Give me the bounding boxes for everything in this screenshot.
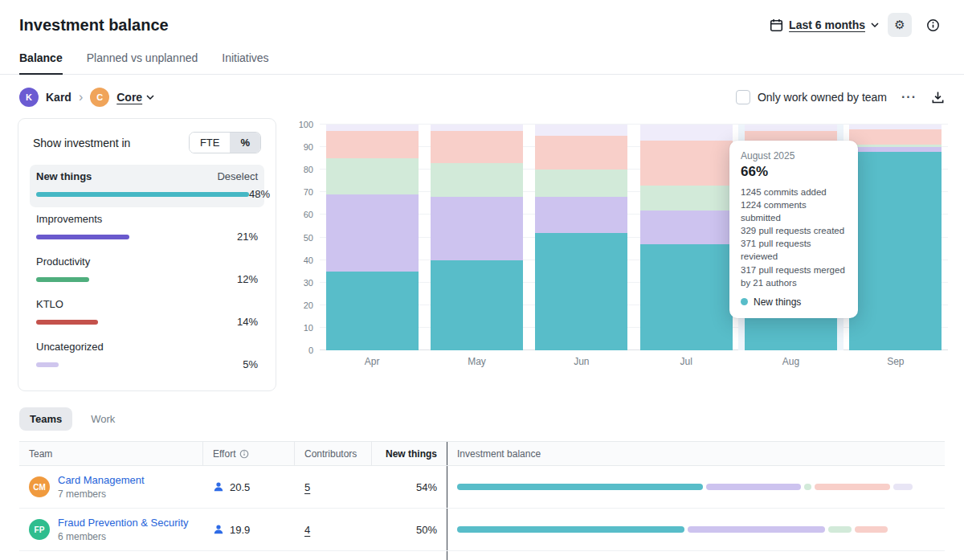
bar-segment-new-things [640, 244, 733, 350]
date-range-label: Last 6 months [789, 18, 865, 31]
bar-segment-uncategorized [640, 125, 733, 141]
legend-item-ktlo[interactable]: KTLO14% [30, 292, 264, 335]
only-team-filter[interactable]: Only work owned by team [736, 90, 887, 104]
team-selector[interactable]: Core [116, 91, 154, 104]
legend-item-uncategorized[interactable]: Uncategorized5% [30, 335, 264, 378]
legend-label: Productivity [36, 255, 90, 268]
y-axis: 0102030405060708090100 [289, 125, 313, 350]
tab-planned-vs-unplanned[interactable]: Planned vs unplanned [87, 47, 198, 75]
bar-segment-improvements [640, 211, 733, 244]
legend-item-new-things[interactable]: New thingsDeselect48% [30, 165, 264, 207]
column-header-new-things: New things [372, 442, 447, 465]
bar-segment-new-things [326, 272, 419, 350]
toggle-work[interactable]: Work [80, 407, 125, 431]
x-axis-label: May [424, 356, 529, 367]
legend-label: New things [36, 170, 92, 182]
contributors-cell: 4 [295, 524, 372, 536]
y-axis-label: 50 [304, 233, 313, 243]
tab-bar: BalancePlanned vs unplannedInitiatives [0, 47, 964, 75]
download-button[interactable] [931, 91, 945, 104]
table-row-fraud-prevention-security: FPFraud Prevention & Security6 members19… [19, 509, 945, 551]
balance-segment [893, 484, 913, 490]
column-header-contributors: Contributors [295, 442, 372, 465]
breadcrumb-org[interactable]: Kard [46, 91, 71, 104]
chart-column-jun[interactable] [529, 125, 634, 350]
bar-segment-ktlo [640, 141, 733, 186]
team-link[interactable]: Card Management [58, 474, 145, 486]
legend-percentage: 5% [243, 358, 258, 370]
contributors-cell: 5 [295, 481, 372, 493]
tooltip-stats: 1245 commits added1224 comments submitte… [741, 186, 847, 289]
team-info: Fraud Prevention & Security6 members [58, 517, 189, 542]
toggle-teams[interactable]: Teams [19, 407, 72, 431]
investment-panel: Show investment in FTE% New thingsDesele… [18, 118, 276, 391]
balance-bar [457, 484, 930, 490]
legend-bar [36, 362, 59, 367]
team-link[interactable]: Fraud Prevention & Security [58, 517, 189, 529]
y-axis-label: 100 [299, 120, 313, 129]
info-button[interactable] [921, 13, 945, 37]
bar-segment-productivity [326, 158, 419, 194]
chevron-down-icon [871, 22, 879, 27]
bar-segment-uncategorized [326, 125, 419, 131]
column-header-label: Investment balance [457, 448, 541, 460]
legend-percentage: 14% [237, 316, 258, 328]
team-info: Card Management7 members [58, 474, 145, 500]
unit--button[interactable]: % [230, 133, 260, 153]
deselect-action[interactable]: Deselect [217, 170, 258, 182]
stacked-bar-jun [535, 125, 627, 350]
bar-segment-productivity [535, 170, 627, 197]
tab-balance[interactable]: Balance [19, 47, 63, 75]
column-header-investment-balance: Investment balance [447, 442, 945, 465]
category-legend: New thingsDeselect48%Improvements21%Prod… [30, 165, 264, 378]
bar-segment-new-things [431, 260, 523, 350]
balance-segment [457, 484, 703, 490]
new-things-cell: 50% [372, 524, 447, 536]
tab-initiatives[interactable]: Initiatives [222, 47, 268, 75]
y-axis-label: 80 [304, 165, 313, 174]
context-actions: Only work owned by team ··· [736, 90, 945, 104]
balance-segment [706, 484, 801, 490]
tooltip-stat-line: 371 pull requests reviewed [741, 237, 847, 263]
x-axis-label: Jun [529, 356, 634, 367]
balance-segment [804, 484, 811, 490]
legend-percentage: 21% [237, 231, 258, 243]
effort-cell: 19.9 [203, 524, 295, 536]
y-axis-label: 40 [304, 255, 313, 265]
bar-segment-improvements [326, 194, 419, 272]
stacked-bar-jul [640, 125, 733, 350]
legend-label: Uncategorized [36, 341, 104, 353]
more-options-button[interactable]: ··· [901, 90, 917, 104]
settings-button[interactable]: ⚙ [888, 13, 912, 37]
only-team-checkbox[interactable] [736, 90, 750, 104]
column-header-team: Team [19, 442, 203, 465]
bar-segment-new-things [535, 233, 627, 350]
teams-table: TeamEffortContributorsNew thingsInvestme… [19, 441, 945, 560]
legend-item-bottom: 14% [36, 316, 258, 328]
tooltip-series-dot-icon [741, 298, 748, 305]
legend-item-improvements[interactable]: Improvements21% [30, 207, 264, 250]
legend-item-productivity[interactable]: Productivity12% [30, 250, 264, 292]
contributors-count[interactable]: 5 [304, 481, 310, 493]
chart-column-apr[interactable] [320, 125, 424, 350]
chart-column-jul[interactable] [634, 125, 738, 350]
y-axis-label: 30 [304, 278, 313, 288]
legend-bar [36, 192, 249, 197]
legend-percentage: 12% [237, 273, 258, 285]
new-things-cell: 54% [372, 481, 447, 493]
bar-segment-ktlo [849, 129, 942, 145]
bar-segment-improvements [431, 197, 523, 260]
bar-segment-new-things [849, 152, 942, 350]
person-icon [213, 524, 224, 535]
stacked-bar-may [431, 125, 523, 350]
y-axis-label: 20 [304, 300, 313, 310]
legend-item-top: Improvements [36, 213, 258, 225]
date-range-selector[interactable]: Last 6 months [770, 18, 879, 32]
x-axis-label: Sep [844, 356, 948, 367]
contributors-count[interactable]: 4 [304, 524, 310, 536]
chart-column-may[interactable] [424, 125, 529, 350]
unit-toggle: FTE% [189, 132, 261, 153]
chart-column-sep[interactable] [844, 125, 948, 350]
unit-fte-button[interactable]: FTE [190, 133, 231, 153]
tooltip-stat-line: 317 pull requests merged [741, 264, 847, 276]
